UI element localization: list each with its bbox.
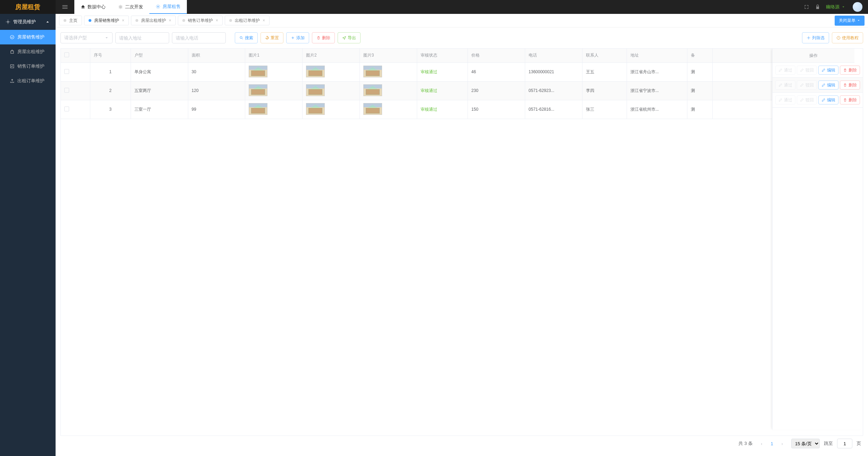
close-icon[interactable]: × (122, 18, 124, 23)
tab-dot-icon (89, 19, 91, 22)
thumbnail-image[interactable] (249, 84, 267, 96)
main-panel: 主页 房屋销售维护× 房屋出租维护× 销售订单维护× 出租订单维护× 关闭菜单 … (56, 14, 868, 456)
pagination-size-select[interactable]: 15 条/页 (791, 439, 820, 448)
pagination-current[interactable]: 1 (771, 441, 773, 446)
delete-button[interactable]: 删除 (312, 32, 335, 43)
edit-button[interactable]: 编辑 (818, 95, 838, 104)
page-tab-rent[interactable]: 房屋出租维护× (131, 16, 176, 25)
row-delete-button[interactable]: 删除 (840, 95, 860, 104)
sidebar-item-rent-order[interactable]: 出租订单维护 (0, 74, 56, 88)
home-icon (81, 5, 85, 9)
lock-icon[interactable] (815, 4, 820, 10)
cell-contact: 李四 (582, 81, 627, 100)
top-navbar: 房屋租赁 数据中心 二次开发 房屋租售 幽络源 (0, 0, 868, 14)
reject-button[interactable]: 驳回 (797, 81, 817, 90)
row-delete-button[interactable]: 删除 (840, 81, 860, 90)
reject-button[interactable]: 驳回 (797, 95, 817, 104)
top-tab-dev[interactable]: 二次开发 (112, 0, 149, 14)
pagination-jump-input[interactable] (837, 439, 852, 448)
sidebar-item-rent[interactable]: 房屋出租维护 (0, 44, 56, 59)
cell-remark: 测 (687, 62, 712, 81)
row-checkbox[interactable] (64, 88, 69, 93)
user-menu[interactable]: 幽络源 (826, 4, 845, 10)
pagination-next[interactable]: › (777, 439, 787, 448)
page-tab-home[interactable]: 主页 (59, 16, 82, 25)
cell-contact: 张三 (582, 100, 627, 119)
approve-button[interactable]: 通过 (775, 95, 795, 104)
approve-button[interactable]: 通过 (775, 81, 795, 90)
close-menu-button[interactable]: 关闭菜单 (835, 16, 865, 26)
app-logo: 房屋租赁 (0, 0, 56, 14)
type-select[interactable]: 请选择户型 (60, 32, 113, 43)
sidebar-item-label: 销售订单维护 (17, 63, 44, 69)
tab-dot-icon (229, 19, 232, 22)
cell-status: 审核通过 (417, 100, 468, 119)
avatar[interactable] (853, 2, 862, 12)
sidebar-group-admin[interactable]: 管理员维护 (0, 14, 56, 30)
edit-icon (800, 98, 804, 102)
close-icon[interactable]: × (169, 18, 171, 23)
edit-button[interactable]: 编辑 (818, 66, 838, 75)
col-phone: 电话 (525, 49, 582, 62)
col-remark: 备 (687, 49, 712, 62)
tab-dot-icon (64, 19, 66, 22)
address-input[interactable] (115, 32, 169, 43)
thumbnail-image[interactable] (306, 66, 325, 77)
table-scroll-region[interactable]: 序号 户型 面积 图片1 图片2 图片3 审核状态 价格 电话 联系人 (61, 49, 863, 436)
thumbnail-image[interactable] (249, 66, 267, 77)
edit-icon (778, 98, 783, 102)
export-button[interactable]: 导出 (338, 32, 361, 43)
thumbnail-image[interactable] (306, 103, 325, 115)
button-label: 搜索 (245, 35, 253, 41)
search-button[interactable]: 搜索 (235, 32, 258, 43)
col-area: 面积 (188, 49, 245, 62)
row-delete-button[interactable]: 删除 (840, 66, 860, 75)
sidebar-item-label: 房屋出租维护 (17, 49, 44, 55)
column-filter-button[interactable]: 列筛选 (802, 32, 829, 43)
row-checkbox[interactable] (64, 69, 69, 74)
filter-toolbar: 请选择户型 搜索 重置 添加 删除 导出 列筛选 使用教程 (60, 32, 863, 43)
thumbnail-image[interactable] (363, 84, 382, 96)
sidebar-item-sales-order[interactable]: 销售订单维护 (0, 59, 56, 74)
action-cell: 通过驳回编辑删除 (772, 63, 863, 78)
check-circle-icon (10, 35, 15, 40)
select-all-checkbox[interactable] (64, 52, 69, 57)
sidebar-toggle[interactable] (56, 0, 74, 14)
thumbnail-image[interactable] (363, 103, 382, 115)
edit-icon (821, 68, 826, 72)
close-icon[interactable]: × (216, 18, 218, 23)
page-tab-sales-order[interactable]: 销售订单维护× (178, 16, 223, 25)
trash-icon (843, 68, 847, 72)
user-name: 幽络源 (826, 4, 840, 10)
sidebar-item-sales[interactable]: 房屋销售维护 (0, 30, 56, 44)
phone-input[interactable] (172, 32, 226, 43)
cell-contact: 王五 (582, 62, 627, 81)
thumbnail-image[interactable] (306, 84, 325, 96)
top-tab-housing[interactable]: 房屋租售 (149, 0, 187, 14)
row-checkbox[interactable] (64, 107, 69, 111)
pagination-prev[interactable]: ‹ (757, 439, 767, 448)
button-label: 删除 (322, 35, 330, 41)
info-icon (836, 36, 841, 40)
reset-button[interactable]: 重置 (261, 32, 283, 43)
page-tab-rent-order[interactable]: 出租订单维护× (225, 16, 270, 25)
edit-icon (800, 68, 804, 72)
fullscreen-icon[interactable] (804, 4, 809, 10)
close-icon[interactable]: × (263, 18, 265, 23)
chevron-down-icon (857, 19, 860, 22)
chevron-down-icon (105, 36, 109, 40)
approve-button[interactable]: 通过 (775, 66, 795, 75)
thumbnail-image[interactable] (249, 103, 267, 115)
pagination-jump-label: 跳至 (824, 440, 833, 447)
add-button[interactable]: 添加 (286, 32, 309, 43)
top-tab-data-center[interactable]: 数据中心 (74, 0, 112, 14)
page-tab-sales[interactable]: 房屋销售维护× (84, 16, 129, 25)
reject-button[interactable]: 驳回 (797, 66, 817, 75)
search-icon (239, 36, 243, 40)
fixed-col-header: 操作 (772, 49, 854, 63)
thumbnail-image[interactable] (363, 66, 382, 77)
cell-addr: 浙江省舟山市... (627, 62, 687, 81)
pagination-jump-suffix: 页 (857, 440, 861, 447)
edit-button[interactable]: 编辑 (818, 81, 838, 90)
help-button[interactable]: 使用教程 (832, 32, 863, 43)
